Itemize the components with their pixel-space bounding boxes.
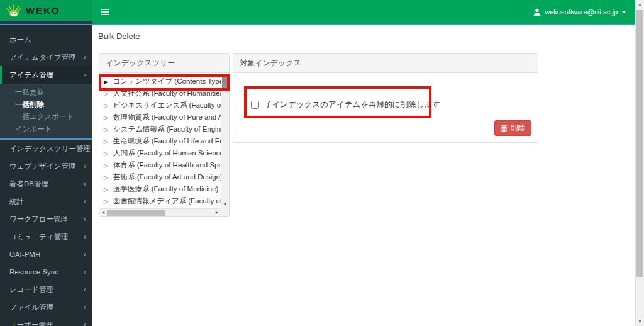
chevron-left-icon bbox=[84, 179, 86, 188]
tree-collapsed-icon bbox=[104, 160, 113, 172]
sidebar-item-label: インデックスツリー管理 bbox=[9, 145, 91, 152]
tree-vscroll-thumb[interactable] bbox=[222, 75, 228, 88]
tree-item-label: コンテンツタイプ (Contents Type) bbox=[113, 77, 221, 85]
page-vertical-scrollbar[interactable]: ▲ ▼ bbox=[635, 0, 644, 326]
sidebar-item-statistics[interactable]: 統計 bbox=[0, 193, 92, 210]
sidebar-item-item-mgmt[interactable]: アイテム管理 bbox=[0, 66, 92, 84]
sidebar-subitem-bulk-export[interactable]: 一括エクスポート bbox=[0, 111, 92, 123]
tree-hscroll-thumb[interactable] bbox=[107, 210, 165, 216]
tree-item[interactable]: システム情報系 (Faculty of Engineering bbox=[104, 123, 221, 135]
chevron-left-icon bbox=[84, 232, 86, 241]
chevron-down-icon bbox=[80, 74, 89, 76]
delete-button[interactable]: 削除 bbox=[494, 120, 531, 136]
chevron-left-icon bbox=[84, 250, 86, 259]
sidebar-item-resource-sync[interactable]: Resource Sync bbox=[0, 263, 92, 281]
index-tree-list: コンテンツタイプ (Contents Type) 人文社会系 (Faculty … bbox=[99, 74, 221, 208]
scroll-right-icon[interactable]: ► bbox=[213, 209, 221, 216]
chevron-left-icon bbox=[84, 285, 86, 294]
index-tree-body: コンテンツタイプ (Contents Type) 人文社会系 (Faculty … bbox=[99, 74, 229, 216]
sidebar-item-label: OAI-PMH bbox=[9, 250, 40, 258]
chevron-left-icon bbox=[84, 303, 86, 312]
sidebar-subitem-bulk-update[interactable]: 一括更新 bbox=[0, 86, 92, 99]
tree-collapsed-icon bbox=[104, 172, 113, 184]
delete-button-label: 削除 bbox=[511, 123, 525, 133]
tree-collapsed-icon bbox=[104, 88, 113, 100]
sidebar-subitem-bulk-delete[interactable]: 一括削除 bbox=[0, 99, 92, 111]
tree-collapsed-icon bbox=[104, 184, 113, 196]
target-index-panel: 対象インデックス 子インデックスのアイテムを再帰的に削除します 削除 bbox=[233, 53, 538, 143]
tree-item[interactable]: ビジネスサイエンス系 (Faculty of Busi bbox=[104, 99, 221, 111]
tree-expanded-icon bbox=[104, 76, 113, 88]
tree-horizontal-scrollbar[interactable]: ◄ ► bbox=[99, 208, 221, 216]
tree-collapsed-icon bbox=[104, 148, 113, 160]
scroll-down-icon[interactable]: ▼ bbox=[636, 317, 644, 326]
sidebar-item-webdesign-mgmt[interactable]: ウェブデザイン管理 bbox=[0, 157, 92, 175]
top-header: WEKO wekosoftware@nii.ac.jp bbox=[0, 0, 635, 25]
tree-item-label: 図書館情報メディア系 (Faculty of Libra bbox=[113, 197, 221, 205]
tree-vertical-scrollbar[interactable]: ▼ bbox=[221, 74, 229, 208]
sidebar-item-community-mgmt[interactable]: コミュニティ管理 bbox=[0, 228, 92, 245]
tree-item[interactable]: 数理物質系 (Faculty of Pure and Applie bbox=[104, 111, 221, 123]
tree-item-label: 人間系 (Faculty of Human Sciences) bbox=[113, 149, 221, 157]
tree-item-label: 数理物質系 (Faculty of Pure and Applie bbox=[113, 113, 221, 121]
sidebar-item-user-mgmt[interactable]: ユーザー管理 bbox=[0, 316, 92, 326]
tree-item[interactable]: 医学医療系 (Faculty of Medicine) bbox=[104, 183, 221, 195]
sidebar-item-authordb-mgmt[interactable]: 著者DB管理 bbox=[0, 175, 92, 193]
tree-item-contents-type[interactable]: コンテンツタイプ (Contents Type) bbox=[104, 76, 221, 87]
sidebar-item-label: ファイル管理 bbox=[9, 303, 53, 311]
index-tree-panel-title: インデックスツリー bbox=[99, 54, 229, 73]
sidebar-item-workflow-mgmt[interactable]: ワークフロー管理 bbox=[0, 210, 92, 228]
sidebar-item-indextree-mgmt[interactable]: インデックスツリー管理 bbox=[0, 140, 92, 157]
user-account-menu[interactable]: wekosoftware@nii.ac.jp bbox=[533, 0, 626, 24]
sidebar-item-label: アイテムタイプ管理 bbox=[9, 53, 75, 61]
scroll-up-icon[interactable]: ▲ bbox=[636, 0, 644, 9]
header-accent-line bbox=[0, 24, 635, 25]
sidebar-item-label: ユーザー管理 bbox=[9, 321, 53, 326]
chevron-left-icon bbox=[84, 197, 86, 206]
chevron-left-icon bbox=[84, 144, 86, 153]
caret-down-icon bbox=[621, 11, 626, 13]
tree-item-label: ビジネスサイエンス系 (Faculty of Busi bbox=[113, 101, 221, 109]
sidebar-item-home[interactable]: ホーム bbox=[0, 31, 92, 48]
hamburger-menu-icon[interactable] bbox=[100, 8, 110, 16]
item-mgmt-submenu: 一括更新 一括削除 一括エクスポート インポート bbox=[0, 84, 92, 140]
index-tree-panel: インデックスツリー コンテンツタイプ (Contents Type) 人文社会系… bbox=[99, 53, 230, 217]
tree-item[interactable]: 図書館情報メディア系 (Faculty of Libra bbox=[104, 195, 221, 207]
sidebar-item-label: コミュニティ管理 bbox=[9, 233, 69, 240]
tree-item[interactable]: 人文社会系 (Faculty of Humanities and bbox=[104, 87, 221, 99]
sidebar-item-label: ワークフロー管理 bbox=[9, 215, 68, 223]
tree-collapsed-icon bbox=[104, 100, 113, 112]
weko-logo[interactable]: WEKO bbox=[0, 0, 92, 21]
tree-collapsed-icon bbox=[104, 124, 113, 136]
recursive-delete-checkbox[interactable] bbox=[251, 101, 259, 109]
sidebar-item-label: ウェブデザイン管理 bbox=[9, 162, 75, 170]
sidebar-subitem-import[interactable]: インポート bbox=[0, 123, 92, 136]
sidebar-item-label: ホーム bbox=[9, 36, 31, 43]
sidebar-item-file-mgmt[interactable]: ファイル管理 bbox=[0, 298, 92, 316]
page-title: Bulk Delete bbox=[98, 31, 140, 41]
page-scrollbar-thumb[interactable] bbox=[636, 10, 643, 277]
chevron-left-icon bbox=[84, 267, 86, 276]
scroll-left-icon[interactable]: ◄ bbox=[99, 209, 107, 216]
tree-item[interactable]: 生命環境系 (Faculty of Life and Environ bbox=[104, 135, 221, 147]
tree-item[interactable]: 体育系 (Faculty of Health and Sport Sc bbox=[104, 159, 221, 171]
trash-icon bbox=[501, 125, 508, 132]
tree-item-label: 生命環境系 (Faculty of Life and Environ bbox=[113, 137, 221, 145]
navbar: wekosoftware@nii.ac.jp bbox=[92, 0, 635, 24]
tree-item-label: 医学医療系 (Faculty of Medicine) bbox=[113, 185, 218, 193]
tree-item[interactable]: 人間系 (Faculty of Human Sciences) bbox=[104, 147, 221, 159]
chevron-left-icon bbox=[84, 320, 86, 326]
chevron-left-icon bbox=[84, 53, 86, 62]
tree-item[interactable]: 芸術系 (Faculty of Art and Design) bbox=[104, 171, 221, 183]
tree-collapsed-icon bbox=[104, 136, 113, 148]
app-title: WEKO bbox=[26, 5, 60, 16]
scrollbar-corner bbox=[221, 208, 229, 216]
scroll-down-icon[interactable]: ▼ bbox=[221, 201, 229, 208]
target-index-panel-title: 対象インデックス bbox=[233, 54, 538, 73]
tree-item-label: 人文社会系 (Faculty of Humanities and bbox=[113, 89, 221, 97]
recursive-delete-label[interactable]: 子インデックスのアイテムを再帰的に削除します bbox=[264, 99, 440, 110]
sidebar-item-record-mgmt[interactable]: レコード管理 bbox=[0, 281, 92, 298]
sidebar-item-itemtype-mgmt[interactable]: アイテムタイプ管理 bbox=[0, 48, 92, 66]
sidebar-item-oai-pmh[interactable]: OAI-PMH bbox=[0, 245, 92, 263]
chevron-left-icon bbox=[84, 162, 86, 171]
